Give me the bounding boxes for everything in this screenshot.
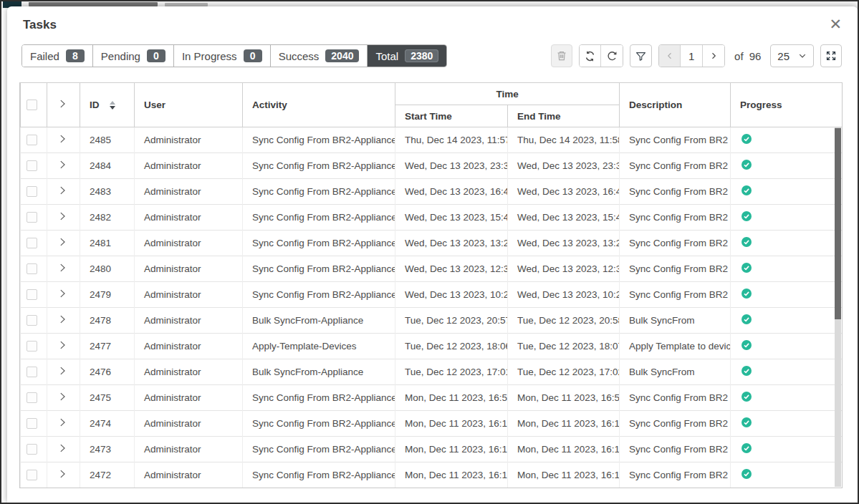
table-row[interactable]: 2477 Administrator Apply-Template-Device…: [21, 334, 843, 359]
page-number-input[interactable]: [681, 45, 702, 67]
column-header-progress[interactable]: Progress: [731, 83, 843, 127]
row-expand-chevron-icon[interactable]: [57, 314, 67, 324]
trash-icon: [556, 50, 567, 62]
sync-button[interactable]: [580, 45, 601, 67]
table-row[interactable]: 2481 Administrator Sync Config From BR2-…: [21, 231, 843, 256]
task-activity: Apply-Template-Devices: [243, 334, 395, 359]
table-row[interactable]: 2473 Administrator Sync Config From BR2-…: [21, 437, 843, 462]
task-user: Administrator: [135, 205, 243, 231]
row-checkbox[interactable]: [27, 238, 37, 248]
task-start-time: Tue, Dec 12 2023, 20:57...: [395, 308, 508, 334]
column-header-id[interactable]: ID: [80, 83, 135, 127]
prev-page-button[interactable]: [659, 45, 681, 67]
filter-chip-in-progress[interactable]: In Progress 0: [174, 45, 271, 67]
page-title: Tasks: [23, 18, 57, 32]
filter-chip-failed[interactable]: Failed 8: [22, 45, 93, 67]
success-check-icon: [742, 340, 752, 350]
row-checkbox[interactable]: [27, 341, 37, 352]
column-header-description[interactable]: Description: [620, 83, 731, 127]
row-expand-chevron-icon[interactable]: [57, 211, 67, 221]
row-checkbox[interactable]: [27, 160, 37, 171]
task-user: Administrator: [135, 231, 243, 256]
task-description: Sync Config From BR2: [620, 462, 731, 488]
task-end-time: Tue, Dec 12 2023, 18:07...: [508, 334, 620, 359]
row-expand-chevron-icon[interactable]: [57, 289, 67, 299]
task-table-body: 2485 Administrator Sync Config From BR2-…: [21, 127, 843, 488]
table-row[interactable]: 2482 Administrator Sync Config From BR2-…: [21, 205, 843, 231]
refresh-button-group: [579, 44, 623, 67]
delete-button[interactable]: [551, 44, 572, 67]
column-header-start-time[interactable]: Start Time: [395, 105, 508, 127]
table-row[interactable]: 2476 Administrator Bulk SyncFrom-Applian…: [21, 359, 843, 385]
refresh-button[interactable]: [601, 45, 623, 67]
task-user: Administrator: [135, 256, 243, 282]
task-description: Sync Config From BR2: [620, 231, 731, 256]
column-header-end-time[interactable]: End Time: [508, 105, 620, 127]
filter-chip-total[interactable]: Total 2380: [368, 45, 446, 67]
column-header-activity[interactable]: Activity: [243, 83, 395, 127]
row-checkbox[interactable]: [27, 186, 37, 197]
task-start-time: Wed, Dec 13 2023, 15:4...: [395, 205, 508, 231]
sort-icon[interactable]: [110, 101, 115, 110]
task-description: Apply Template to devic...: [620, 334, 731, 359]
prev-page-icon: [666, 52, 674, 60]
row-expand-chevron-icon[interactable]: [57, 340, 67, 350]
table-row[interactable]: 2484 Administrator Sync Config From BR2-…: [21, 153, 843, 179]
row-expand-chevron-icon[interactable]: [57, 185, 67, 195]
row-checkbox[interactable]: [27, 444, 37, 455]
row-expand-chevron-icon[interactable]: [57, 443, 67, 453]
row-expand-chevron-icon[interactable]: [57, 237, 67, 247]
task-start-time: Wed, Dec 13 2023, 10:2...: [395, 282, 508, 308]
row-expand-chevron-icon[interactable]: [57, 417, 67, 427]
expand-button[interactable]: [820, 44, 842, 67]
scrollbar-thumb[interactable]: [835, 128, 841, 319]
page-size-select[interactable]: 25: [770, 44, 814, 67]
task-start-time: Mon, Dec 11 2023, 16:1...: [395, 462, 508, 488]
task-description: Bulk SyncFrom: [620, 359, 731, 385]
row-expand-chevron-icon[interactable]: [57, 366, 67, 376]
task-start-time: Thu, Dec 14 2023, 11:57...: [395, 127, 508, 153]
table-scrollbar[interactable]: [835, 127, 841, 487]
task-activity: Bulk SyncFrom-Appliance: [243, 359, 395, 385]
row-checkbox[interactable]: [27, 315, 37, 326]
row-checkbox[interactable]: [27, 135, 37, 145]
expand-all-chevron-icon[interactable]: [57, 99, 67, 109]
task-description: Bulk SyncFrom: [620, 308, 731, 334]
count-badge: 8: [66, 49, 85, 62]
row-expand-chevron-icon[interactable]: [57, 263, 67, 273]
task-start-time: Mon, Dec 11 2023, 16:1...: [395, 437, 508, 462]
table-row[interactable]: 2478 Administrator Bulk SyncFrom-Applian…: [21, 308, 843, 334]
table-row[interactable]: 2475 Administrator Sync Config From BR2-…: [21, 385, 843, 411]
filter-chip-success[interactable]: Success 2040: [271, 45, 368, 67]
table-row[interactable]: 2479 Administrator Sync Config From BR2-…: [21, 282, 843, 308]
table-row[interactable]: 2485 Administrator Sync Config From BR2-…: [21, 127, 843, 153]
row-expand-chevron-icon[interactable]: [57, 134, 67, 144]
table-row[interactable]: 2474 Administrator Sync Config From BR2-…: [21, 411, 843, 437]
close-icon[interactable]: ✕: [826, 15, 845, 33]
table-row[interactable]: 2472 Administrator Sync Config From BR2-…: [21, 462, 843, 488]
table-row[interactable]: 2483 Administrator Sync Config From BR2-…: [21, 179, 843, 205]
row-expand-chevron-icon[interactable]: [57, 160, 67, 170]
success-check-icon: [742, 469, 752, 479]
row-checkbox[interactable]: [27, 418, 37, 429]
row-expand-chevron-icon[interactable]: [57, 392, 67, 402]
row-checkbox[interactable]: [27, 392, 37, 403]
sync-icon: [584, 50, 596, 62]
task-activity: Bulk SyncFrom-Appliance: [243, 308, 395, 334]
select-all-checkbox[interactable]: [27, 100, 37, 110]
row-checkbox[interactable]: [27, 367, 37, 377]
task-id: 2473: [80, 437, 135, 462]
row-checkbox[interactable]: [27, 289, 37, 300]
table-row[interactable]: 2480 Administrator Sync Config From BR2-…: [21, 256, 843, 282]
next-page-button[interactable]: [703, 45, 724, 67]
task-description: Sync Config From BR2: [620, 179, 731, 205]
success-check-icon: [742, 366, 752, 376]
column-header-user[interactable]: User: [135, 83, 243, 127]
filter-button[interactable]: [630, 44, 652, 67]
row-expand-chevron-icon[interactable]: [57, 469, 67, 479]
success-check-icon: [742, 392, 752, 402]
row-checkbox[interactable]: [27, 470, 37, 480]
row-checkbox[interactable]: [27, 263, 37, 274]
filter-chip-pending[interactable]: Pending 0: [93, 45, 174, 67]
row-checkbox[interactable]: [27, 212, 37, 223]
